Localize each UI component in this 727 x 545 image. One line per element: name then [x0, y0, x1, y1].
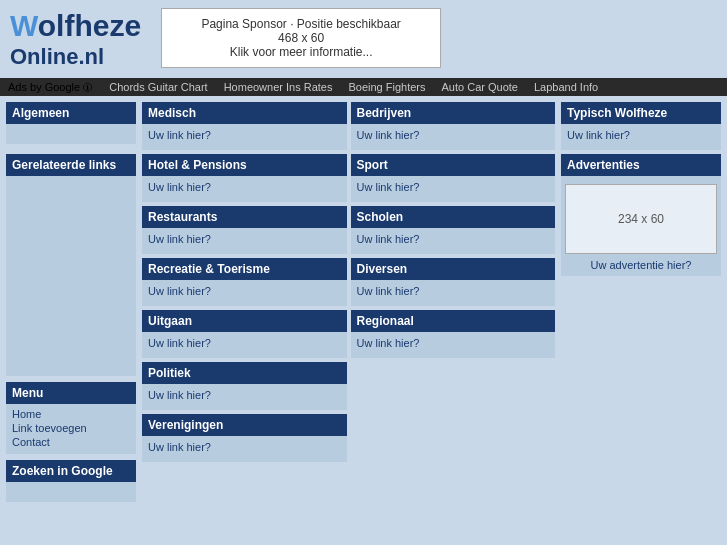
- ads-by-google: Ads by Google 🛈: [8, 81, 93, 93]
- recreatie-header: Recreatie & Toerisme: [142, 258, 347, 280]
- typisch-block: Typisch Wolfheze Uw link hier?: [561, 102, 721, 150]
- category-verenigingen: Verenigingen Uw link hier?: [142, 414, 347, 462]
- main: Algemeen Gerelateerde links Menu Home Li…: [0, 96, 727, 508]
- bedrijven-link[interactable]: Uw link hier?: [357, 129, 420, 141]
- category-restaurants: Restaurants Uw link hier?: [142, 206, 347, 254]
- typisch-link[interactable]: Uw link hier?: [567, 129, 630, 141]
- scholen-link[interactable]: Uw link hier?: [357, 233, 420, 245]
- menu-body: Home Link toevoegen Contact: [6, 404, 136, 454]
- sport-header: Sport: [351, 154, 556, 176]
- typisch-header: Typisch Wolfheze: [561, 102, 721, 124]
- ads-link-4[interactable]: Auto Car Quote: [442, 81, 518, 93]
- center-content: Medisch Uw link hier? Bedrijven Uw link …: [142, 102, 555, 502]
- algemeen-body: [6, 124, 136, 144]
- menu-home[interactable]: Home: [12, 408, 130, 420]
- regionaal-header: Regionaal: [351, 310, 556, 332]
- category-sport: Sport Uw link hier?: [351, 154, 556, 202]
- zoeken-block: Zoeken in Google: [6, 460, 136, 502]
- logo-w: Wolfheze: [10, 8, 141, 44]
- ads-link-2[interactable]: Homeowner Ins Rates: [224, 81, 333, 93]
- logo-w-first: W: [10, 9, 38, 42]
- politiek-link[interactable]: Uw link hier?: [148, 389, 211, 401]
- menu-contact[interactable]: Contact: [12, 436, 130, 448]
- recreatie-link[interactable]: Uw link hier?: [148, 285, 211, 297]
- advertenties-block: Advertenties 234 x 60 Uw advertentie hie…: [561, 154, 721, 276]
- category-uitgaan: Uitgaan Uw link hier?: [142, 310, 347, 358]
- scholen-header: Scholen: [351, 206, 556, 228]
- medisch-header: Medisch: [142, 102, 347, 124]
- uitgaan-header: Uitgaan: [142, 310, 347, 332]
- verenigingen-body: Uw link hier?: [142, 436, 347, 462]
- header: Wolfheze Online.nl Pagina Sponsor · Posi…: [0, 0, 727, 78]
- regionaal-link[interactable]: Uw link hier?: [357, 337, 420, 349]
- category-medisch: Medisch Uw link hier?: [142, 102, 347, 150]
- ads-link-1[interactable]: Chords Guitar Chart: [109, 81, 207, 93]
- regionaal-body: Uw link hier?: [351, 332, 556, 358]
- advertenties-body: 234 x 60 Uw advertentie hier?: [561, 176, 721, 276]
- diversen-header: Diversen: [351, 258, 556, 280]
- advertenties-header: Advertenties: [561, 154, 721, 176]
- restaurants-link[interactable]: Uw link hier?: [148, 233, 211, 245]
- gerelateerde-header: Gerelateerde links: [6, 154, 136, 176]
- sport-link[interactable]: Uw link hier?: [357, 181, 420, 193]
- logo: Wolfheze Online.nl: [10, 8, 141, 70]
- uitgaan-link[interactable]: Uw link hier?: [148, 337, 211, 349]
- category-recreatie: Recreatie & Toerisme Uw link hier?: [142, 258, 347, 306]
- left-sidebar: Algemeen Gerelateerde links Menu Home Li…: [6, 102, 136, 502]
- ad-link[interactable]: Uw advertentie hier?: [591, 259, 692, 271]
- medisch-link[interactable]: Uw link hier?: [148, 129, 211, 141]
- typisch-body: Uw link hier?: [561, 124, 721, 150]
- hotel-link[interactable]: Uw link hier?: [148, 181, 211, 193]
- bedrijven-body: Uw link hier?: [351, 124, 556, 150]
- gerelateerde-block: Gerelateerde links: [6, 154, 136, 376]
- sponsor-box[interactable]: Pagina Sponsor · Positie beschikbaar 468…: [161, 8, 441, 68]
- category-diversen: Diversen Uw link hier?: [351, 258, 556, 306]
- hotel-body: Uw link hier?: [142, 176, 347, 202]
- ads-icon: 🛈: [83, 82, 93, 93]
- politiek-body: Uw link hier?: [142, 384, 347, 410]
- ads-link-3[interactable]: Boeing Fighters: [348, 81, 425, 93]
- category-hotel: Hotel & Pensions Uw link hier?: [142, 154, 347, 202]
- algemeen-block: Algemeen: [6, 102, 136, 144]
- bedrijven-header: Bedrijven: [351, 102, 556, 124]
- menu-header: Menu: [6, 382, 136, 404]
- sport-body: Uw link hier?: [351, 176, 556, 202]
- ad-box[interactable]: 234 x 60: [565, 184, 717, 254]
- diversen-link[interactable]: Uw link hier?: [357, 285, 420, 297]
- politiek-header: Politiek: [142, 362, 347, 384]
- hotel-header: Hotel & Pensions: [142, 154, 347, 176]
- algemeen-header: Algemeen: [6, 102, 136, 124]
- recreatie-body: Uw link hier?: [142, 280, 347, 306]
- medisch-body: Uw link hier?: [142, 124, 347, 150]
- logo-online: Online.nl: [10, 44, 141, 70]
- ads-label: Ads by Google: [8, 81, 80, 93]
- menu-block: Menu Home Link toevoegen Contact: [6, 382, 136, 454]
- zoeken-header: Zoeken in Google: [6, 460, 136, 482]
- right-sidebar: Typisch Wolfheze Uw link hier? Advertent…: [561, 102, 721, 502]
- sponsor-line1: Pagina Sponsor · Positie beschikbaar: [182, 17, 420, 31]
- ads-bar: Ads by Google 🛈 Chords Guitar Chart Home…: [0, 78, 727, 96]
- gerelateerde-body: [6, 176, 136, 376]
- politiek-spacer: [351, 362, 556, 410]
- category-regionaal: Regionaal Uw link hier?: [351, 310, 556, 358]
- uitgaan-body: Uw link hier?: [142, 332, 347, 358]
- diversen-body: Uw link hier?: [351, 280, 556, 306]
- sponsor-line2: 468 x 60: [182, 31, 420, 45]
- logo-w-rest: olfheze: [38, 9, 141, 42]
- category-scholen: Scholen Uw link hier?: [351, 206, 556, 254]
- restaurants-header: Restaurants: [142, 206, 347, 228]
- sponsor-line3: Klik voor meer informatie...: [182, 45, 420, 59]
- menu-link-toevoegen[interactable]: Link toevoegen: [12, 422, 130, 434]
- category-bedrijven: Bedrijven Uw link hier?: [351, 102, 556, 150]
- restaurants-body: Uw link hier?: [142, 228, 347, 254]
- zoeken-body: [6, 482, 136, 502]
- scholen-body: Uw link hier?: [351, 228, 556, 254]
- verenigingen-header: Verenigingen: [142, 414, 347, 436]
- verenigingen-spacer: [351, 414, 556, 462]
- verenigingen-link[interactable]: Uw link hier?: [148, 441, 211, 453]
- category-politiek: Politiek Uw link hier?: [142, 362, 347, 410]
- ads-link-5[interactable]: Lapband Info: [534, 81, 598, 93]
